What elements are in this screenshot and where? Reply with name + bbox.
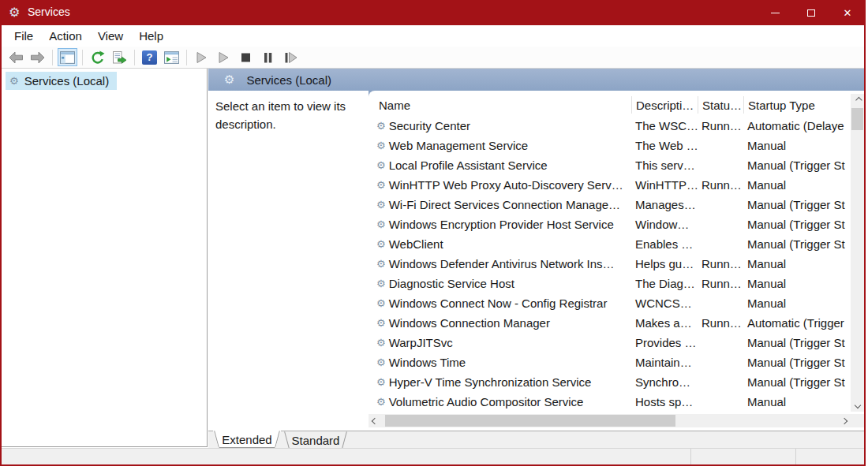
pause-service-button[interactable]: [258, 48, 278, 66]
service-row[interactable]: ⚙ Local Profile Assistant Service This s…: [369, 155, 851, 175]
back-button[interactable]: [6, 48, 25, 66]
tab-edge: [284, 431, 290, 449]
start-icon: [196, 51, 208, 64]
export-list-button[interactable]: [110, 48, 129, 66]
horizontal-scrollbar-thumb[interactable]: [385, 415, 675, 427]
service-description: The WSC…: [631, 119, 698, 132]
chevron-up-icon: [855, 97, 862, 103]
service-status: Runn…: [698, 277, 743, 290]
service-gear-icon: ⚙: [376, 298, 386, 308]
restart-icon: [283, 51, 297, 64]
service-gear-icon: ⚙: [376, 121, 386, 131]
services-app-icon: ⚙: [9, 6, 20, 20]
service-gear-icon: ⚙: [376, 140, 386, 151]
console-tree-icon: [60, 51, 75, 64]
service-gear-icon: ⚙: [376, 219, 386, 229]
services-list-panel: Name Descripti… Statu… Startup Type ⚙ Se…: [369, 91, 864, 428]
service-name: WebClient: [389, 237, 443, 251]
window-controls: ✕: [757, 0, 866, 25]
scroll-down-button[interactable]: [851, 399, 864, 412]
tree-item-services-local[interactable]: ⚙ Services (Local): [6, 72, 117, 90]
service-row[interactable]: ⚙ WinHTTP Web Proxy Auto-Discovery Serv……: [369, 175, 851, 195]
resume-service-button[interactable]: [214, 48, 234, 66]
service-name: Local Profile Assistant Service: [389, 159, 548, 172]
menu-help[interactable]: Help: [131, 27, 171, 45]
restart-service-button[interactable]: [280, 48, 300, 66]
service-row[interactable]: ⚙ Volumetric Audio Compositor Service Ho…: [369, 392, 851, 412]
show-hide-console-tree-button[interactable]: [58, 48, 77, 66]
service-name: Windows Connect Now - Config Registrar: [389, 297, 608, 310]
vertical-scrollbar[interactable]: [851, 94, 864, 412]
scroll-left-button[interactable]: [369, 414, 381, 427]
service-startup-type: Manual: [743, 178, 851, 192]
service-name: WinHTTP Web Proxy Auto-Discovery Serv…: [389, 178, 623, 192]
column-header-startup-type[interactable]: Startup Type: [743, 96, 851, 114]
service-description: Maintain…: [631, 356, 698, 369]
toolbar-separator: [134, 50, 135, 65]
service-startup-type: Manual (Trigger St: [743, 375, 851, 389]
minimize-button[interactable]: [757, 0, 793, 25]
service-description: Window…: [631, 218, 698, 231]
help-icon: ?: [142, 50, 157, 65]
column-header-status[interactable]: Statu…: [698, 96, 743, 114]
service-name: Windows Defender Antivirus Network Ins…: [389, 257, 615, 270]
service-row[interactable]: ⚙ Web Management Service The Web … Manua…: [369, 136, 851, 155]
service-description: Hosts sp…: [631, 395, 698, 408]
stop-service-button[interactable]: [236, 48, 256, 66]
window-title: Services: [28, 6, 70, 18]
menu-view[interactable]: View: [90, 27, 131, 45]
service-row[interactable]: ⚙ Windows Connect Now - Config Registrar…: [369, 293, 851, 313]
scroll-up-button[interactable]: [851, 94, 864, 106]
window-border-right: [864, 25, 866, 466]
service-row[interactable]: ⚙ Hyper-V Time Synchronization Service S…: [369, 372, 851, 392]
help-button[interactable]: ?: [140, 48, 159, 66]
service-row[interactable]: ⚙ Windows Encryption Provider Host Servi…: [369, 214, 851, 234]
horizontal-scrollbar[interactable]: [369, 414, 851, 427]
chevron-down-icon: [854, 402, 860, 408]
menu-action[interactable]: Action: [41, 27, 90, 45]
service-startup-type: Manual (Trigger St: [743, 237, 851, 251]
service-startup-type: Manual (Trigger St: [743, 198, 851, 211]
service-row[interactable]: ⚙ Security Center The WSC… Runn… Automat…: [369, 116, 851, 136]
service-row[interactable]: ⚙ Diagnostic Service Host The Diag… Runn…: [369, 274, 851, 293]
services-list: ⚙ Security Center The WSC… Runn… Automat…: [369, 116, 851, 412]
service-row[interactable]: ⚙ WarpJITSvc Provides … Manual (Trigger …: [369, 333, 851, 352]
service-description: The Web …: [631, 139, 698, 152]
service-row[interactable]: ⚙ Wi-Fi Direct Services Connection Manag…: [369, 195, 851, 214]
vertical-scrollbar-thumb[interactable]: [851, 108, 863, 130]
tab-edge: [275, 431, 280, 448]
menu-file[interactable]: File: [6, 27, 41, 45]
start-service-button[interactable]: [192, 48, 211, 66]
tree-item-label: Services (Local): [24, 74, 110, 88]
service-gear-icon: ⚙: [376, 397, 386, 407]
toolbar-separator: [186, 50, 187, 65]
maximize-button[interactable]: [793, 0, 829, 25]
service-row[interactable]: ⚙ Windows Defender Antivirus Network Ins…: [369, 254, 851, 274]
service-description: Provides …: [631, 336, 698, 349]
service-row[interactable]: ⚙ WebClient Enables … Manual (Trigger St: [369, 234, 851, 254]
service-gear-icon: ⚙: [376, 357, 386, 367]
forward-button[interactable]: [28, 48, 47, 66]
tab-standard-label: Standard: [292, 434, 340, 447]
back-icon: [8, 51, 24, 64]
tab-standard[interactable]: Standard: [283, 431, 348, 449]
status-bar-divider: [690, 449, 691, 464]
close-button[interactable]: ✕: [829, 0, 866, 25]
column-header-name[interactable]: Name: [369, 96, 631, 114]
title-bar: ⚙ Services ✕: [0, 0, 866, 25]
service-row[interactable]: ⚙ Windows Connection Manager Makes a… Ru…: [369, 313, 851, 333]
maximize-icon: [807, 9, 815, 17]
service-row[interactable]: ⚙ Windows Time Maintain… Manual (Trigger…: [369, 352, 851, 372]
refresh-icon: [90, 50, 105, 64]
service-description: The Diag…: [631, 277, 698, 290]
service-startup-type: Automatic (Delaye: [743, 119, 851, 132]
service-startup-type: Manual: [743, 277, 851, 290]
service-name: Windows Connection Manager: [389, 316, 550, 330]
tab-extended[interactable]: Extended: [213, 431, 281, 448]
scroll-right-button[interactable]: [838, 414, 851, 427]
service-gear-icon: ⚙: [376, 239, 386, 249]
service-gear-icon: ⚙: [376, 318, 386, 328]
show-hide-action-pane-button[interactable]: [162, 48, 181, 66]
column-header-description[interactable]: Descripti…: [631, 96, 698, 114]
refresh-button[interactable]: [88, 48, 107, 66]
